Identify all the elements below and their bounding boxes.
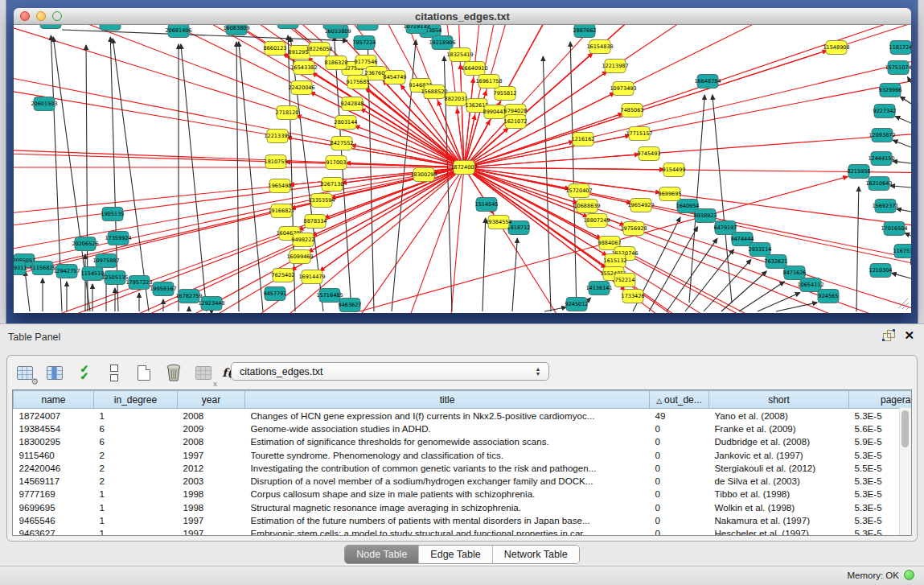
- graph-node[interactable]: 8822037: [445, 93, 468, 106]
- graph-node[interactable]: 13353594: [308, 194, 335, 208]
- close-panel-icon[interactable]: ✕: [904, 330, 914, 341]
- graph-node[interactable]: 9329966: [879, 84, 902, 97]
- graph-node[interactable]: 16914479: [298, 270, 325, 284]
- graph-node[interactable]: 1154519: [81, 267, 105, 281]
- graph-node[interactable]: 1210304: [869, 264, 893, 278]
- tab-node-table[interactable]: Node Table: [345, 546, 418, 563]
- graph-node[interactable]: 7625402: [272, 269, 295, 282]
- table-row[interactable]: 977716911998Corpus callosum shape and si…: [14, 488, 913, 501]
- table-settings-button[interactable]: ⚙: [14, 361, 36, 384]
- graph-node[interactable]: 1621072: [504, 115, 528, 129]
- graph-node[interactable]: 1216162: [572, 133, 595, 146]
- graph-node[interactable]: 9242848: [341, 97, 364, 111]
- graph-node[interactable]: 20691406: [165, 25, 191, 38]
- graph-node[interactable]: 9175685: [347, 76, 370, 89]
- graph-node[interactable]: 8878334: [304, 215, 327, 229]
- table-row[interactable]: 2242004622012Investigating the contribut…: [14, 461, 913, 474]
- graph-node[interactable]: 9463627: [339, 299, 362, 312]
- graph-node[interactable]: 15716485: [316, 289, 343, 303]
- graph-node[interactable]: 12093872: [869, 129, 895, 142]
- graph-node[interactable]: 8454749: [384, 71, 407, 84]
- column-chooser-button[interactable]: [43, 361, 66, 384]
- graph-node[interactable]: 2803144: [335, 116, 358, 130]
- tab-network-table[interactable]: Network Table: [492, 546, 579, 563]
- graph-node[interactable]: 17359924: [105, 232, 131, 245]
- graph-node[interactable]: 16640910: [461, 62, 487, 76]
- graph-node[interactable]: 12213987: [602, 60, 628, 73]
- graph-node[interactable]: 19166827: [268, 204, 294, 218]
- column-header-pagerank[interactable]: pagerank: [849, 391, 913, 409]
- graph-node[interactable]: 18300295: [410, 168, 437, 182]
- graph-node[interactable]: 1615132: [604, 254, 627, 268]
- graph-node[interactable]: 16154838: [586, 40, 613, 54]
- graph-node[interactable]: 16543382: [290, 61, 317, 75]
- graph-node[interactable]: 3919311: [14, 262, 27, 275]
- tab-edge-table[interactable]: Edge Table: [418, 546, 491, 563]
- graph-node[interactable]: 8186328: [325, 56, 348, 70]
- column-header-short[interactable]: short: [709, 391, 849, 409]
- graph-node[interactable]: 1527862: [322, 25, 346, 30]
- graph-node[interactable]: 8215958: [848, 165, 871, 179]
- graph-node[interactable]: 19654923: [627, 199, 654, 212]
- graph-node[interactable]: 19756928: [620, 222, 647, 236]
- graph-node[interactable]: 16099469: [286, 250, 313, 264]
- graph-node[interactable]: 2887662: [573, 25, 597, 38]
- graph-node[interactable]: 17016504: [881, 222, 907, 236]
- graph-node[interactable]: 1514545: [475, 198, 499, 212]
- graph-node[interactable]: 10719133: [403, 25, 429, 34]
- graph-node[interactable]: 9154499: [663, 163, 686, 177]
- graph-node[interactable]: 14136141: [585, 282, 612, 295]
- graph-node[interactable]: 19218906: [429, 36, 455, 50]
- select-rows-button[interactable]: ✓ ✓: [73, 361, 96, 384]
- table-row[interactable]: 1938455462009Genome-wide association stu…: [14, 422, 913, 435]
- graph-node[interactable]: 8267130: [321, 178, 344, 192]
- citation-network-graph[interactable]: 1603380978572248813054192189062887662107…: [14, 25, 911, 313]
- new-table-button[interactable]: [133, 361, 155, 384]
- graph-node[interactable]: 17957223: [125, 276, 152, 290]
- table-row[interactable]: 969969511998Structural magnetic resonanc…: [14, 501, 913, 513]
- hub-node[interactable]: 18724007: [450, 161, 477, 175]
- graph-node[interactable]: 752214: [614, 274, 635, 287]
- graph-node[interactable]: 1905135: [101, 208, 125, 221]
- graph-node[interactable]: 19384554: [485, 216, 511, 229]
- graph-node[interactable]: 12213399: [264, 130, 290, 143]
- graph-node[interactable]: 19958167: [150, 282, 176, 296]
- graph-node[interactable]: 8938923: [694, 209, 717, 223]
- graph-node[interactable]: 12942757: [53, 265, 80, 278]
- graph-node[interactable]: 10975887: [92, 254, 119, 268]
- table-selector-dropdown[interactable]: citations_edges.txt ▲ ▼: [231, 362, 549, 381]
- graph-node[interactable]: 1167533: [893, 245, 911, 258]
- graph-node[interactable]: 10973493: [610, 82, 636, 96]
- graph-node[interactable]: 11548908: [823, 41, 849, 55]
- graph-node[interactable]: 12505135: [101, 271, 128, 285]
- fit-rows-button[interactable]: [103, 361, 125, 384]
- graph-node[interactable]: 1810755: [265, 155, 288, 169]
- graph-node[interactable]: 9245012: [565, 298, 589, 311]
- table-scrollbar[interactable]: [899, 408, 911, 535]
- graph-node[interactable]: 18226058: [306, 43, 332, 56]
- graph-node[interactable]: 10553287: [274, 25, 301, 29]
- graph-node[interactable]: 2718120: [276, 106, 299, 120]
- table-row[interactable]: 1830029562008Estimation of significance …: [14, 435, 913, 448]
- graph-node[interactable]: 9745493: [638, 147, 661, 161]
- column-header-outde[interactable]: △out_de...: [650, 391, 709, 409]
- graph-node[interactable]: 16083809: [223, 25, 249, 35]
- table-row[interactable]: 1872400712008Changes of HCN gene express…: [14, 409, 913, 422]
- network-canvas[interactable]: 1603380978572248813054192189062887662107…: [14, 25, 911, 313]
- graph-node[interactable]: 7857224: [353, 36, 376, 50]
- graph-node[interactable]: 7955812: [494, 87, 517, 101]
- table-row[interactable]: 1456911722003Disruption of a novel membe…: [14, 474, 913, 487]
- graph-node[interactable]: 12444150: [868, 152, 894, 166]
- graph-node[interactable]: 11156829: [29, 262, 55, 275]
- window-titlebar[interactable]: citations_edges.txt: [14, 8, 911, 25]
- graph-node[interactable]: 7632621: [765, 255, 788, 269]
- graph-node[interactable]: 22420046: [288, 81, 314, 95]
- graph-node[interactable]: 6466161: [356, 25, 380, 31]
- graph-node[interactable]: 8427552: [331, 137, 354, 150]
- graph-node[interactable]: 9055726: [39, 25, 63, 29]
- graph-node[interactable]: 8990443: [483, 105, 507, 119]
- graph-node[interactable]: 18807249: [583, 214, 610, 228]
- column-header-indegree[interactable]: in_degree: [94, 391, 178, 409]
- table-row[interactable]: 946554611997Estimation of the future num…: [14, 513, 913, 526]
- graph-node[interactable]: 9498222: [292, 233, 315, 247]
